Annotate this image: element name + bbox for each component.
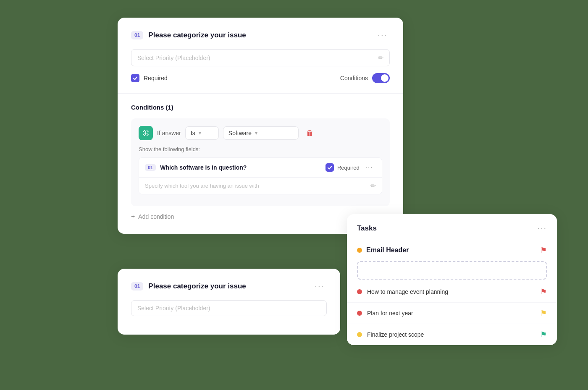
chevron-down-icon: ▾ [199,130,201,136]
tasks-more-button[interactable]: ··· [537,223,547,233]
nested-more-button[interactable]: ··· [363,163,376,172]
task-flag-0: ⚑ [540,287,547,296]
answer-value: Software [228,130,252,136]
tasks-title: Tasks [357,224,377,233]
task-item-left: Plan for next year [357,310,413,317]
nested-field-header: 01 Which software is in question? Requir… [139,158,382,177]
email-header-left: Email Header [357,246,409,254]
more-options-button[interactable]: ··· [375,29,390,41]
flag-icon-red: ⚑ [540,246,547,255]
task-item-label: Plan for next year [367,310,413,317]
nested-required-checkbox[interactable] [326,163,334,172]
required-label: Required [144,75,168,81]
drop-zone [357,261,547,280]
condition-icon [139,126,153,140]
task-item[interactable]: Finalize project scope ⚑ [347,324,557,345]
task-dot-yellow [357,332,362,337]
task-item[interactable]: Plan for next year ⚑ [347,303,557,324]
main-form-card: 01 Please categorize your issue ··· Sele… [118,18,403,234]
second-form-card: 01 Please categorize your issue ··· Sele… [118,269,340,335]
second-more-options-button[interactable]: ··· [312,280,327,292]
conditions-toggle-row: Conditions [340,73,390,83]
nested-field-title: Which software is in question? [160,164,247,171]
task-dot-red-2 [357,311,362,316]
nested-field: 01 Which software is in question? Requir… [139,157,382,194]
tasks-panel: Tasks ··· Email Header ⚑ How to manage e… [347,214,557,345]
card-title: Please categorize your issue [148,31,246,39]
task-item-label: How to manage event planning [367,288,448,295]
nested-input-row: Specify which tool you are having an iss… [139,177,382,194]
email-header-row: Email Header ⚑ [347,240,557,261]
step-badge: 01 [131,31,143,39]
card-header: 01 Please categorize your issue ··· [118,18,403,49]
second-card-header: 01 Please categorize your issue ··· [118,269,340,300]
card-body: Select Priority (Placeholder) ✏ Required… [118,49,403,83]
required-left: Required [131,74,168,82]
show-fields-label: Show the following fields: [139,146,382,152]
conditions-label: Conditions [340,75,368,81]
add-condition-label: Add condition [138,213,174,220]
nested-edit-icon[interactable]: ✏ [370,182,376,190]
second-card-title: Please categorize your issue [148,282,246,291]
task-item[interactable]: How to manage event planning ⚑ [347,281,557,303]
second-priority-input-row[interactable]: Select Priority (Placeholder) [131,300,327,316]
if-answer-label: If answer [157,130,181,136]
required-checkbox[interactable] [131,74,139,82]
operator-dropdown[interactable]: Is ▾ [185,126,219,140]
nested-field-right: Required ··· [326,163,376,172]
operator-value: Is [191,130,195,136]
answer-dropdown[interactable]: Software ▾ [223,126,299,140]
task-item-label: Finalize project scope [367,331,424,338]
priority-input-row[interactable]: Select Priority (Placeholder) ✏ [131,49,390,66]
card-header-left: 01 Please categorize your issue [131,31,246,39]
second-step-badge: 01 [131,282,143,291]
divider [118,93,403,94]
delete-condition-button[interactable]: 🗑 [303,127,317,139]
task-dot-red [357,289,362,294]
email-header-title: Email Header [366,246,409,254]
task-item-left: Finalize project scope [357,331,424,338]
chevron-down-icon-2: ▾ [255,130,257,136]
edit-icon[interactable]: ✏ [378,54,383,62]
tasks-header: Tasks ··· [347,214,557,240]
conditions-toggle[interactable] [372,73,390,83]
task-flag-1: ⚑ [540,309,547,318]
nested-step-badge: 01 [145,164,156,171]
second-card-header-left: 01 Please categorize your issue [131,282,246,291]
task-item-left: How to manage event planning [357,288,448,295]
required-row: Required Conditions [131,73,390,83]
priority-placeholder: Select Priority (Placeholder) [137,55,378,61]
condition-row: If answer Is ▾ Software ▾ 🗑 [139,126,382,140]
nested-input-placeholder: Specify which tool you are having an iss… [145,183,370,189]
toggle-knob [381,74,388,82]
add-condition-plus-icon: + [131,213,135,220]
task-flag-2: ⚑ [540,330,547,339]
nested-required-label: Required [337,165,360,171]
orange-dot [357,248,362,253]
conditions-title: Conditions (1) [131,104,390,111]
conditions-section: Conditions (1) If answer Is ▾ Software [118,104,403,206]
second-priority-placeholder: Select Priority (Placeholder) [137,305,320,311]
condition-block: If answer Is ▾ Software ▾ 🗑 Show the fol… [131,118,390,206]
nested-field-left: 01 Which software is in question? [145,164,247,171]
